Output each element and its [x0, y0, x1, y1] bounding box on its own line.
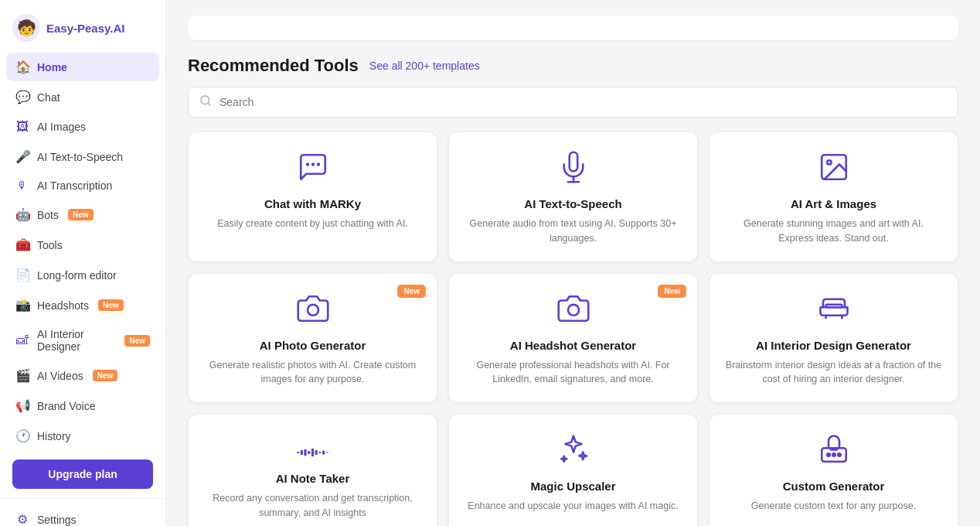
sidebar-item-settings-label: Settings	[37, 514, 77, 526]
sidebar-item-headshots[interactable]: 📸 Headshots New	[6, 291, 159, 319]
bots-badge: New	[68, 209, 94, 220]
sidebar-item-settings[interactable]: ⚙ Settings	[6, 505, 159, 526]
settings-icon: ⚙	[15, 512, 29, 526]
search-icon	[199, 94, 212, 110]
tool-card-chat-marky[interactable]: Chat with MARKy Easily create content by…	[188, 132, 437, 262]
ai-photo-new-badge: New	[397, 285, 426, 298]
tool-name-ai-tts: AI Text-to-Speech	[524, 197, 621, 210]
tool-name-magic-upscaler: Magic Upscaler	[530, 480, 615, 493]
tool-desc-custom-gen: Generate custom text for any purpose.	[751, 499, 916, 514]
tool-name-custom-gen: Custom Generator	[783, 480, 885, 493]
tool-card-ai-art[interactable]: AI Art & Images Generate stunning images…	[709, 132, 958, 262]
sidebar-item-ai-interior[interactable]: 🛋 AI Interior Designer New	[6, 321, 159, 360]
custom-gen-icon	[818, 433, 850, 470]
sidebar-item-brand-voice[interactable]: 📢 Brand Voice	[6, 391, 159, 420]
sidebar-bottom: ⚙ Settings	[0, 498, 165, 526]
tool-name-chat-marky: Chat with MARKy	[264, 197, 361, 210]
tool-desc-ai-photo: Generate realistic photos with AI. Creat…	[204, 358, 421, 388]
tool-name-ai-photo: AI Photo Generator	[260, 339, 366, 352]
sidebar-item-brand-voice-label: Brand Voice	[37, 400, 96, 412]
sidebar-item-bots[interactable]: 🤖 Bots New	[6, 200, 159, 229]
sidebar-item-long-form[interactable]: 📄 Long-form editor	[6, 261, 159, 289]
svg-point-6	[308, 304, 318, 315]
section-title: Recommended Tools	[188, 56, 359, 76]
ai-interior-icon: 🛋	[15, 333, 29, 347]
ai-videos-badge: New	[93, 370, 118, 381]
tool-desc-ai-interior: Brainstorm interior design ideas at a fr…	[725, 358, 942, 388]
see-all-link[interactable]: See all 200+ templates	[369, 60, 480, 72]
ai-images-icon: 🖼	[15, 120, 29, 134]
tool-card-ai-headshot[interactable]: New AI Headshot Generator Generate profe…	[448, 273, 698, 404]
sidebar-item-ai-transcription-label: AI Transcription	[37, 179, 112, 192]
tool-name-ai-headshot: AI Headshot Generator	[510, 339, 636, 352]
ai-interior-card-icon	[818, 292, 850, 330]
tools-grid: Chat with MARKy Easily create content by…	[188, 132, 958, 526]
sidebar-item-ai-videos-label: AI Videos	[37, 370, 83, 382]
svg-rect-9	[297, 452, 299, 453]
tool-card-ai-interior[interactable]: AI Interior Design Generator Brainstorm …	[709, 273, 958, 404]
tool-card-ai-photo[interactable]: New AI Photo Generator Generate realisti…	[188, 273, 437, 404]
svg-rect-22	[829, 448, 838, 451]
logo: 🧒 Easy-Peasy.AI	[0, 0, 165, 53]
sidebar-item-ai-images-label: AI Images	[37, 121, 86, 133]
svg-rect-11	[304, 449, 306, 456]
tool-name-ai-interior: AI Interior Design Generator	[756, 339, 911, 352]
tool-card-magic-upscaler[interactable]: Magic Upscaler Enhance and upscale your …	[448, 414, 698, 526]
sidebar: 🧒 Easy-Peasy.AI 🏠 Home 💬 Chat 🖼 AI Image…	[0, 0, 166, 526]
svg-point-21	[838, 453, 841, 456]
svg-point-7	[568, 304, 579, 315]
section-header: Recommended Tools See all 200+ templates	[188, 56, 958, 76]
sidebar-item-history[interactable]: 🕐 History	[6, 422, 159, 450]
sidebar-item-chat[interactable]: 💬 Chat	[6, 83, 159, 111]
svg-rect-8	[825, 304, 842, 307]
ai-tts-card-icon	[557, 151, 590, 188]
tool-card-ai-note[interactable]: AI Note Taker Record any conversation an…	[188, 414, 437, 526]
sidebar-item-home[interactable]: 🏠 Home	[6, 53, 159, 81]
ai-photo-icon	[297, 292, 329, 330]
tool-card-custom-gen[interactable]: Custom Generator Generate custom text fo…	[709, 414, 958, 526]
ai-headshot-icon	[557, 292, 590, 330]
tool-desc-ai-note: Record any conversation and get transcri…	[204, 491, 421, 521]
sidebar-item-home-label: Home	[37, 61, 67, 73]
tool-name-ai-art: AI Art & Images	[791, 197, 876, 210]
tool-desc-ai-headshot: Generate professional headshots with AI.…	[464, 358, 682, 388]
logo-icon: 🧒	[12, 14, 40, 42]
svg-rect-14	[315, 450, 317, 455]
tool-desc-ai-art: Generate stunning images and art with AI…	[725, 217, 942, 246]
sidebar-item-ai-interior-label: AI Interior Designer	[37, 328, 115, 353]
sidebar-item-ai-transcription[interactable]: 🎙 AI Transcription	[6, 172, 159, 199]
search-input[interactable]	[219, 96, 947, 108]
sidebar-item-tools[interactable]: 🧰 Tools	[6, 231, 159, 259]
sidebar-item-headshots-label: Headshots	[37, 299, 89, 312]
magic-upscaler-icon	[557, 433, 590, 470]
sidebar-item-ai-tts[interactable]: 🎤 AI Text-to-Speech	[6, 142, 159, 171]
long-form-icon: 📄	[15, 268, 29, 282]
ai-videos-icon: 🎬	[15, 368, 29, 383]
sidebar-item-bots-label: Bots	[37, 209, 59, 221]
sidebar-item-ai-images[interactable]: 🖼 AI Images	[6, 113, 159, 141]
chat-icon: 💬	[15, 90, 29, 104]
top-bar	[188, 15, 958, 40]
sidebar-item-long-form-label: Long-form editor	[37, 269, 117, 282]
ai-note-icon	[297, 433, 329, 463]
tool-desc-chat-marky: Easily create content by just chatting w…	[217, 217, 408, 231]
headshots-icon: 📸	[15, 298, 29, 313]
tool-name-ai-note: AI Note Taker	[276, 472, 350, 485]
svg-point-19	[827, 453, 830, 456]
tool-card-ai-tts[interactable]: AI Text-to-Speech Generate audio from te…	[448, 132, 698, 262]
sidebar-item-ai-tts-label: AI Text-to-Speech	[37, 151, 123, 163]
sidebar-nav: 🏠 Home 💬 Chat 🖼 AI Images 🎤 AI Text-to-S…	[0, 53, 165, 450]
ai-art-icon	[818, 151, 850, 188]
tools-icon: 🧰	[15, 237, 29, 252]
sidebar-item-history-label: History	[37, 430, 71, 442]
upgrade-plan-button[interactable]: Upgrade plan	[12, 459, 153, 489]
main-content: Recommended Tools See all 200+ templates…	[166, 0, 980, 526]
svg-line-1	[208, 103, 210, 105]
chat-marky-icon	[297, 151, 329, 188]
sidebar-item-ai-videos[interactable]: 🎬 AI Videos New	[6, 361, 159, 390]
svg-rect-10	[300, 450, 302, 455]
svg-rect-15	[318, 452, 321, 453]
bots-icon: 🤖	[15, 207, 29, 222]
svg-point-20	[832, 453, 835, 456]
svg-rect-17	[325, 452, 328, 453]
